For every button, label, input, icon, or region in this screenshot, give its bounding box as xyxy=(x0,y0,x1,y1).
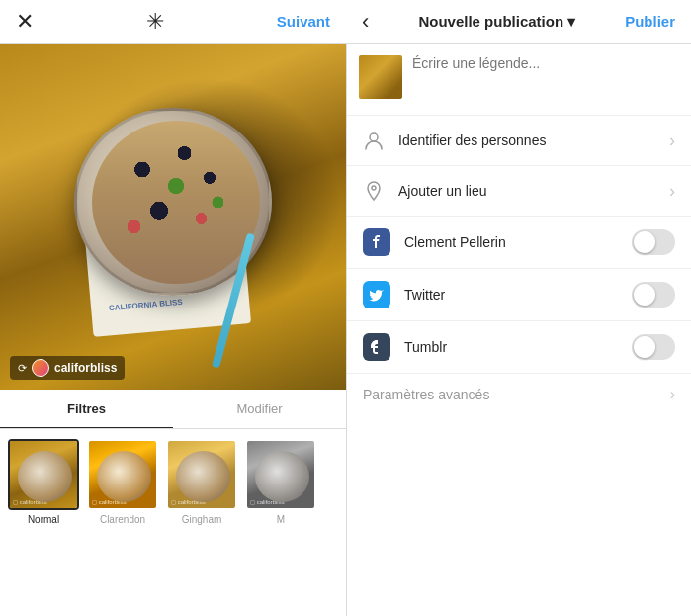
tab-filters[interactable]: Filtres xyxy=(0,390,173,428)
nav-left-panel: ✕ ✳ Suivant xyxy=(0,0,346,44)
filter-food-moon: ◻ califorbliss xyxy=(247,441,314,508)
tumblr-share-item[interactable]: Tumblr xyxy=(347,321,691,374)
caption-area xyxy=(347,44,691,116)
publish-button[interactable]: Publier xyxy=(625,13,675,30)
facebook-toggle[interactable] xyxy=(632,229,675,255)
filter-food-clarendon: ◻ califorbliss xyxy=(89,441,156,508)
filter-label-gingham: Gingham xyxy=(182,514,222,525)
caption-thumbnail xyxy=(359,55,402,99)
photo-label: ⟳ califorbliss xyxy=(10,356,125,380)
facebook-label: Clement Pellerin xyxy=(404,234,618,250)
filter-moon[interactable]: ◻ califorbliss M xyxy=(245,439,316,606)
filter-normal[interactable]: ◻ califorbliss Normal xyxy=(8,439,79,606)
tab-modifier[interactable]: Modifier xyxy=(173,390,346,428)
top-nav-row: ✕ ✳ Suivant ‹ Nouvelle publication ▾ Pub… xyxy=(0,0,691,44)
close-icon[interactable]: ✕ xyxy=(16,9,34,35)
repost-icon: ⟳ xyxy=(18,362,27,375)
back-icon[interactable]: ‹ xyxy=(362,9,369,35)
advanced-settings-item[interactable]: Paramètres avancés › xyxy=(347,374,691,415)
advanced-settings-chevron: › xyxy=(670,386,675,403)
left-panel: CALIFORNIA BLISS ⟳ califorbliss Filtres … xyxy=(0,44,346,616)
bowl-food xyxy=(92,121,260,284)
add-location-label: Ajouter un lieu xyxy=(398,183,655,199)
filter-gingham[interactable]: ◻ califorbliss Gingham xyxy=(166,439,237,606)
filter-thumb-moon: ◻ califorbliss xyxy=(245,439,316,510)
filter-food-gingham: ◻ califorbliss xyxy=(168,441,235,508)
svg-point-1 xyxy=(372,186,376,190)
filter-label-clarendon: Clarendon xyxy=(100,514,145,525)
publication-title-group[interactable]: Nouvelle publication ▾ xyxy=(418,13,575,31)
tag-people-label: Identifier des personnes xyxy=(398,132,655,148)
filter-thumb-normal: ◻ califorbliss xyxy=(8,439,79,510)
add-location-chevron: › xyxy=(669,181,675,202)
filters-tabs: Filtres Modifier xyxy=(0,390,346,429)
tumblr-label: Tumblr xyxy=(404,339,618,355)
tag-people-item[interactable]: Identifier des personnes › xyxy=(347,116,691,166)
photo-background: CALIFORNIA BLISS xyxy=(0,44,346,390)
location-icon xyxy=(363,180,385,202)
filter-label-normal: Normal xyxy=(28,514,59,525)
right-panel: Identifier des personnes › Ajouter un li… xyxy=(346,44,691,616)
filter-thumb-clarendon: ◻ califorbliss xyxy=(87,439,158,510)
tumblr-toggle[interactable] xyxy=(632,334,675,360)
publication-title: Nouvelle publication xyxy=(418,13,563,30)
twitter-icon xyxy=(363,281,390,308)
twitter-label: Twitter xyxy=(404,287,618,303)
facebook-icon xyxy=(363,228,390,256)
dropdown-icon: ▾ xyxy=(567,13,575,31)
caption-input[interactable] xyxy=(412,55,679,103)
filter-clarendon[interactable]: ◻ califorbliss Clarendon xyxy=(87,439,158,606)
username-label: califorbliss xyxy=(54,361,117,375)
tumblr-icon xyxy=(363,333,390,361)
avatar xyxy=(32,359,49,377)
main-content: CALIFORNIA BLISS ⟳ califorbliss Filtres … xyxy=(0,44,691,616)
tag-people-icon xyxy=(363,130,385,151)
photo-area: CALIFORNIA BLISS ⟳ califorbliss xyxy=(0,44,346,390)
nav-right-panel: ‹ Nouvelle publication ▾ Publier xyxy=(346,0,691,44)
filters-strip: ◻ califorbliss Normal ◻ califorbliss Cla… xyxy=(0,429,346,616)
twitter-share-item[interactable]: Twitter xyxy=(347,269,691,321)
next-button[interactable]: Suivant xyxy=(277,13,330,30)
advanced-settings-label: Paramètres avancés xyxy=(363,387,670,402)
tag-people-chevron: › xyxy=(669,131,675,151)
svg-point-0 xyxy=(370,133,378,141)
facebook-share-item[interactable]: Clement Pellerin xyxy=(347,217,691,269)
add-location-item[interactable]: Ajouter un lieu › xyxy=(347,166,691,217)
filter-thumb-gingham: ◻ califorbliss xyxy=(166,439,237,510)
sun-icon[interactable]: ✳ xyxy=(146,9,164,35)
filter-food-normal: ◻ califorbliss xyxy=(10,441,77,508)
twitter-toggle[interactable] xyxy=(632,282,675,308)
filter-label-moon: M xyxy=(277,514,285,525)
